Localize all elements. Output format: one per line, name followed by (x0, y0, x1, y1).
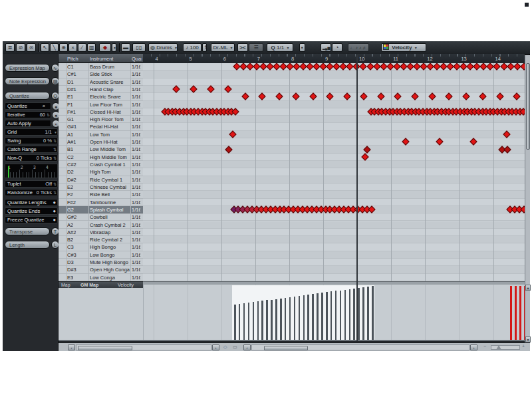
scroll-down-icon[interactable]: ▼ (525, 336, 531, 342)
length-display-button[interactable]: ▂▄▆ (321, 43, 331, 52)
part-selector-dropdown[interactable]: ◍ Drums ▾ (148, 43, 178, 52)
grid-scroll-right-button[interactable]: › (470, 344, 477, 350)
zoom-tool[interactable]: ⊕ (59, 43, 68, 52)
transpose-section[interactable]: Transpose (5, 227, 50, 235)
drum-list-row[interactable]: C2High Middle Tom1/16 (59, 154, 143, 161)
spinner-icon[interactable]: ⇅ (53, 146, 57, 153)
spinner-icon[interactable]: ⇅ (53, 138, 57, 144)
quantize-preset-dropdown[interactable]: Q 1/1 ▾ (267, 43, 293, 52)
list-scroll-right-button[interactable]: › (212, 344, 219, 350)
velocity-bar[interactable] (349, 289, 351, 340)
mute-dot-button[interactable]: • (112, 43, 116, 52)
velocity-bar[interactable] (299, 296, 301, 340)
spinner-icon[interactable]: ⇅ (53, 155, 57, 162)
velocity-bar[interactable] (280, 299, 282, 340)
clock-dropdown[interactable]: ◔ (332, 43, 342, 52)
drum-list-row[interactable]: A2Crash Cymbal 21/16 (59, 221, 143, 229)
apply-icon[interactable]: ● (53, 200, 56, 206)
zoom-slider-thumb[interactable] (496, 345, 501, 350)
drum-list-row[interactable]: E3Low Conga1/16 (59, 274, 143, 281)
map-selector[interactable]: GM Map (80, 283, 98, 287)
apply-icon[interactable]: ● (53, 208, 56, 215)
iterative-row[interactable]: Iterative 60 ⇅ (5, 111, 51, 118)
zoom-out-button[interactable]: − (483, 344, 486, 348)
drum-list-row[interactable]: G1High Floor Tom1/16 (59, 116, 143, 123)
velocity-bar[interactable] (275, 299, 277, 340)
zoom-slider-track[interactable] (491, 345, 520, 350)
velocity-bar-selected[interactable] (515, 286, 517, 340)
controller-lane-dropdown[interactable]: Velocity ▾ (381, 43, 426, 52)
auto-apply-row[interactable]: Auto Apply (5, 120, 51, 127)
drum-list-row[interactable]: A1Low Tom1/16 (59, 131, 143, 138)
expression-map-section[interactable]: Expression Map (5, 64, 50, 72)
quantize-preset-row[interactable]: Quantize « (5, 102, 51, 110)
insert-velocity-field[interactable]: ♪ 100 (183, 43, 201, 52)
quantize-section[interactable]: Quantize (5, 92, 50, 100)
grid-overlay-button[interactable]: ☰ (249, 43, 263, 52)
drum-list-row[interactable]: C3High Bongo1/16 (59, 243, 143, 251)
drum-list-row[interactable]: D#2Ride Cymbal 11/16 (59, 176, 143, 184)
freeze-quantize-button[interactable]: Freeze Quantize ● (5, 216, 58, 223)
zoom-in-button[interactable]: + (522, 344, 525, 348)
drum-list-row[interactable]: D#1Hand Clap1/16 (59, 86, 143, 93)
acoustic-feedback-button[interactable]: ⊙ (27, 43, 36, 52)
drum-list-row[interactable]: E1Electric Snare1/16 (59, 93, 143, 100)
drum-list-row[interactable]: D2High Tom1/16 (59, 168, 143, 176)
solo-button[interactable]: ⊘ (16, 43, 25, 52)
velocity-bar[interactable] (266, 300, 268, 340)
grid-scrollbar-track[interactable] (251, 344, 469, 350)
drum-list-row[interactable]: E2Chinese Cymbal1/16 (59, 184, 143, 191)
velocity-bar[interactable] (353, 289, 355, 340)
velocity-bar[interactable] (261, 301, 263, 340)
velocity-bar[interactable] (239, 304, 241, 340)
drum-list-row[interactable]: A#2Vibraslap1/16 (59, 229, 143, 236)
velocity-bar-selected[interactable] (524, 286, 525, 340)
velocity-bar[interactable] (289, 297, 291, 340)
grid-scroll-left-button[interactable]: ‹ (243, 344, 251, 350)
drum-list-row[interactable]: F#1Closed Hi-Hat1/16 (59, 108, 143, 116)
note-grid[interactable] (143, 63, 525, 281)
quantize-column-header[interactable]: Quantize (132, 56, 142, 62)
spinner-icon[interactable]: ⇅ (53, 190, 57, 196)
trim-tool[interactable]: ▥ (87, 43, 96, 52)
drum-list-row[interactable]: B2Ride Cymbal 21/16 (59, 236, 143, 243)
timeline-ruler[interactable]: 4567891011121314 (143, 54, 525, 64)
map-selector-dropdown[interactable]: Dr-ML ▾ (211, 43, 235, 52)
velocity-bar[interactable] (257, 301, 259, 340)
non-quantize-row[interactable]: Non-Q0 Ticks ⇅ (5, 154, 58, 162)
drum-list-row[interactable]: G#1Pedal Hi-Hat1/16 (59, 123, 143, 130)
vertical-scrollbar-thumb[interactable] (526, 63, 530, 150)
drum-list-row[interactable]: G2Splash Cymbal1/16 (59, 206, 143, 213)
velocity-bar[interactable] (367, 287, 369, 340)
velocity-bar[interactable] (358, 288, 360, 340)
editor-setup-icon[interactable]: ≣ (5, 43, 15, 52)
swing-row[interactable]: Swing0 % ⇅ (5, 137, 58, 144)
velocity-lane[interactable] (59, 285, 525, 341)
drum-list-row[interactable]: C1Bass Drum1/16 (59, 63, 143, 70)
list-scrollbar-track[interactable] (76, 344, 211, 350)
spinner-icon[interactable]: ⇅ (47, 112, 50, 118)
velocity-bar[interactable] (303, 295, 305, 340)
line-tool[interactable]: ∕ (78, 43, 86, 52)
velocity-bar-selected[interactable] (510, 286, 512, 340)
velocity-bar[interactable] (331, 291, 332, 340)
velocity-bar[interactable] (326, 292, 328, 340)
lane-type-label[interactable]: Velocity (118, 283, 134, 287)
project-cursor[interactable] (356, 55, 358, 341)
drumstick-tool[interactable]: ╲ (50, 43, 59, 52)
velocity-bar[interactable] (344, 290, 346, 340)
drum-list-row[interactable]: B1Low Middle Tom1/16 (59, 146, 143, 153)
catch-range-row[interactable]: Catch Range ⇅ (5, 146, 58, 153)
list-scroll-left-button[interactable]: ‹ (68, 344, 75, 350)
drum-list-row[interactable]: G#2Cowbell1/16 (59, 213, 143, 221)
drum-list-row[interactable]: F#2Tambourine1/16 (59, 199, 143, 206)
note-expression-section[interactable]: Note Expression (5, 77, 50, 85)
quantize-lengths-button[interactable]: Quantize Lengths ● (5, 199, 58, 206)
velocity-bar[interactable] (372, 286, 374, 340)
drum-list-row[interactable]: D#3Open High Conga1/16 (59, 266, 143, 273)
drum-list-row[interactable]: F2Ride Bell1/16 (59, 191, 143, 198)
velocity-bar[interactable] (248, 303, 250, 340)
velocity-bar[interactable] (294, 297, 296, 340)
apply-icon[interactable]: ● (53, 217, 56, 223)
crossed-arrows-button[interactable]: >< (237, 43, 248, 52)
